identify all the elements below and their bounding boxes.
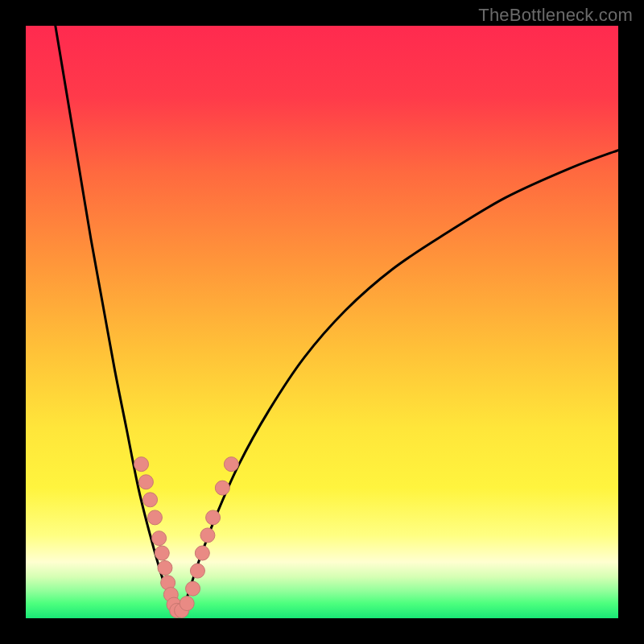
- data-marker: [215, 481, 229, 495]
- data-marker: [190, 564, 204, 578]
- data-marker: [180, 597, 194, 611]
- data-marker: [138, 475, 153, 489]
- curve-left-branch: [56, 26, 177, 613]
- data-marker: [155, 546, 169, 560]
- data-marker: [224, 457, 238, 472]
- data-marker: [147, 510, 162, 525]
- watermark-text: TheBottleneck.com: [478, 5, 633, 26]
- data-marker: [152, 531, 167, 546]
- data-marker: [186, 581, 200, 596]
- data-marker: [206, 510, 221, 525]
- data-marker: [200, 528, 215, 543]
- data-marker: [143, 493, 158, 507]
- curve-right-branch: [177, 151, 618, 613]
- data-marker: [134, 457, 149, 472]
- data-marker: [158, 560, 172, 575]
- bottleneck-curve: [26, 26, 618, 618]
- data-marker: [195, 546, 209, 560]
- plot-area: [26, 26, 618, 618]
- chart-frame: TheBottleneck.com: [0, 0, 644, 644]
